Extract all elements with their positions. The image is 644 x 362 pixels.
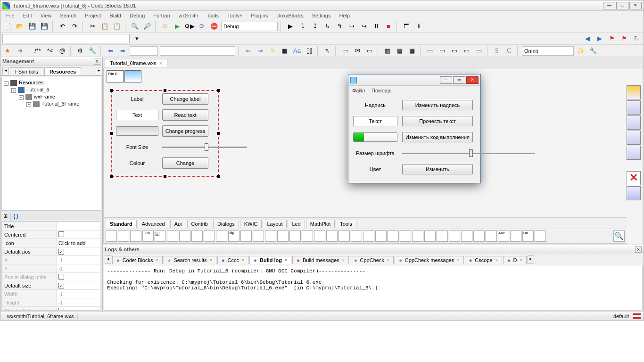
mgmt-tab-next-icon[interactable]: ► bbox=[96, 67, 102, 75]
stop-debug-icon[interactable]: ■ bbox=[383, 21, 394, 32]
regex-icon[interactable]: ⟦⟧ bbox=[304, 46, 314, 56]
dialog-menu-file[interactable]: Файл bbox=[352, 88, 365, 93]
design-btn-read-text[interactable]: Read text bbox=[162, 109, 208, 121]
palette-item[interactable] bbox=[118, 230, 129, 242]
prop-value[interactable]: Click to add bbox=[56, 239, 100, 247]
comment1-icon[interactable]: /** bbox=[33, 46, 43, 56]
side-arrow2-icon[interactable] bbox=[627, 115, 641, 130]
run-to-cursor-icon[interactable]: ⤵ bbox=[297, 21, 308, 32]
align1-icon[interactable]: ▭ bbox=[340, 46, 350, 56]
save-icon[interactable]: 💾 bbox=[27, 21, 37, 32]
tree-root[interactable]: Resources bbox=[19, 80, 44, 85]
step-out-icon[interactable]: ↰ bbox=[334, 21, 345, 32]
palette-search-icon[interactable]: 🔍 bbox=[613, 230, 625, 242]
runtime-dialog[interactable]: — ▭ ✕ Файл Помощь НадписьИзменить надпис… bbox=[348, 74, 481, 183]
palette-tab-tools[interactable]: Tools bbox=[336, 220, 356, 228]
doxy-icon[interactable]: ⚙ bbox=[75, 46, 85, 56]
palette-item[interactable]: OK bbox=[522, 230, 534, 242]
insert-icon[interactable]: ➜ bbox=[15, 46, 25, 56]
preview-toolbar-icon[interactable]: File E bbox=[107, 70, 124, 82]
logs-close-icon[interactable]: × bbox=[635, 246, 642, 253]
palette-item[interactable] bbox=[191, 230, 203, 242]
bookmark-clear-icon[interactable]: ⚐ bbox=[631, 33, 642, 44]
new-file-icon[interactable]: 📄 bbox=[2, 21, 13, 32]
log-tab[interactable]: ●D× bbox=[503, 256, 527, 264]
propgrid-cat-icon[interactable]: ⊞ bbox=[0, 212, 11, 221]
palette-tab-standard[interactable]: Standard bbox=[106, 220, 137, 228]
prop-value[interactable] bbox=[56, 307, 100, 311]
log-tab-close-icon[interactable]: × bbox=[520, 258, 522, 263]
build-log-output[interactable]: -------------- Run: Debug in Tutorial_6 … bbox=[104, 265, 643, 311]
layout7-icon[interactable]: ▭ bbox=[462, 46, 472, 56]
layout6-icon[interactable]: ▭ bbox=[449, 46, 460, 56]
palette-item[interactable] bbox=[130, 230, 141, 242]
highlight-icon[interactable]: ✎ bbox=[267, 46, 278, 56]
palette-item[interactable] bbox=[486, 230, 497, 242]
palette-tab-advanced[interactable]: Advanced bbox=[138, 220, 169, 228]
menu-tools[interactable]: Tools bbox=[203, 12, 223, 19]
editor-tab-close-icon[interactable]: × bbox=[159, 60, 162, 66]
run-icon[interactable]: ▶ bbox=[172, 21, 182, 32]
palette-tab-aui[interactable]: Aui bbox=[170, 220, 186, 228]
mgmt-tab-prev-icon[interactable]: ◄ bbox=[2, 67, 9, 75]
copy-icon[interactable]: 📋 bbox=[99, 21, 110, 32]
palette-item[interactable]: http bbox=[228, 230, 239, 242]
menu-project[interactable]: Project bbox=[81, 12, 105, 19]
dropdown-icon[interactable]: ▾ bbox=[132, 33, 142, 44]
design-label-1[interactable]: Label bbox=[116, 96, 158, 102]
menu-file[interactable]: File bbox=[2, 12, 18, 19]
palette-item[interactable] bbox=[363, 230, 374, 242]
prop-value[interactable]: -1 bbox=[56, 290, 100, 298]
prop-checkbox[interactable]: ✓ bbox=[58, 283, 64, 288]
dialog-menu-help[interactable]: Помощь bbox=[372, 88, 392, 93]
menu-debug[interactable]: Debug bbox=[126, 12, 149, 19]
prop-value[interactable]: ✓ bbox=[56, 281, 100, 290]
close-button[interactable]: ✕ bbox=[629, 2, 642, 9]
management-close-icon[interactable]: × bbox=[94, 58, 100, 65]
bookmark-flag-icon[interactable]: ⚑ bbox=[619, 33, 629, 44]
undo-icon[interactable]: ↶ bbox=[57, 21, 67, 32]
design-btn-change-progress[interactable]: Change progress bbox=[162, 125, 208, 137]
oninit-combo[interactable]: OnInit bbox=[522, 46, 574, 56]
palette-item[interactable] bbox=[216, 230, 227, 242]
maximize-button[interactable]: ▭ bbox=[616, 2, 628, 9]
menu-fortran[interactable]: Fortran bbox=[149, 12, 173, 19]
palette-item[interactable] bbox=[204, 230, 215, 242]
info-icon[interactable]: ℹ bbox=[413, 21, 424, 32]
prop-value[interactable] bbox=[56, 230, 100, 239]
side-arrow4-icon[interactable] bbox=[627, 146, 641, 160]
prop-value[interactable] bbox=[56, 273, 100, 281]
log-tab[interactable]: ●Build log× bbox=[249, 256, 291, 264]
save-all-icon[interactable]: 💾 bbox=[39, 21, 50, 32]
run-input-text[interactable] bbox=[353, 116, 397, 126]
aa-icon[interactable]: Aa bbox=[292, 46, 302, 56]
palette-item[interactable] bbox=[375, 230, 387, 242]
prop-checkbox[interactable] bbox=[58, 308, 64, 311]
palette-item[interactable] bbox=[424, 230, 436, 242]
palette-item[interactable]: Abc bbox=[498, 230, 509, 242]
s-icon[interactable]: S bbox=[492, 46, 502, 56]
palette-item[interactable] bbox=[253, 230, 264, 242]
editor-tab[interactable]: Tutorial_6frame.wxs × bbox=[105, 59, 167, 67]
tree-frameleaf[interactable]: Tutorial_6Frame bbox=[41, 101, 79, 107]
build-target-combo[interactable]: Debug bbox=[221, 22, 278, 31]
abort-icon[interactable]: ⛔ bbox=[209, 21, 219, 32]
menu-wxsmith[interactable]: wxSmith bbox=[175, 12, 202, 19]
palette-item[interactable] bbox=[510, 230, 521, 242]
menu-toolsplus[interactable]: Tools+ bbox=[223, 12, 246, 19]
wiz-icon[interactable]: ★ bbox=[2, 46, 13, 56]
run-btn-change-progress[interactable]: Изменить ход выполнения bbox=[402, 132, 473, 142]
wrench-icon[interactable]: 🔧 bbox=[87, 46, 98, 56]
propgrid-az-icon[interactable]: { } bbox=[11, 212, 21, 221]
bookmark-prev-icon[interactable]: ◀ bbox=[582, 33, 593, 44]
palette-item[interactable] bbox=[388, 230, 399, 242]
prop-value[interactable]: ✓ bbox=[56, 247, 100, 256]
replace-icon[interactable]: 🔎 bbox=[142, 21, 152, 32]
log-tab[interactable]: ●Cscope× bbox=[465, 256, 502, 264]
log-tab-close-icon[interactable]: × bbox=[342, 258, 345, 263]
palette-item[interactable]: OK bbox=[142, 230, 154, 242]
logs-tab-prev-icon[interactable]: ◄ bbox=[105, 255, 111, 264]
break-icon[interactable]: ⏸ bbox=[371, 21, 381, 32]
minimize-button[interactable]: — bbox=[603, 2, 615, 9]
nav-right-icon[interactable]: ⇒ bbox=[255, 46, 265, 56]
